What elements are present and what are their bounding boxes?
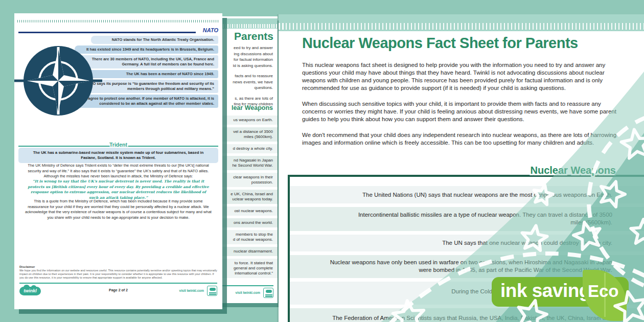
page-footer: twinkl Page 2 of 2 visit twinkl.com (19, 286, 217, 298)
stripe-pattern (279, 23, 644, 30)
intro-paragraph-1: This nuclear weapons fact sheet is desig… (302, 61, 619, 92)
nuclear-weapons-fact-row: The UN says that one nuclear weapon coul… (290, 235, 644, 251)
fact-line: NATO stands for The North Atlantic Treat… (95, 37, 214, 42)
trident-paragraph-1: The UK Ministry of Defence says Trident … (25, 163, 212, 179)
disclaimer: Disclaimer We hope you find the informat… (19, 265, 217, 280)
fact-line: The Federation of American Scientists sa… (302, 314, 612, 322)
nuclear-weapons-fact-row: The Federation of American Scientists sa… (290, 308, 644, 322)
fact-line: Intercontinental ballistic missiles are … (302, 211, 612, 219)
dotted-border (17, 20, 219, 22)
nato-compass-logo-icon (14, 37, 102, 125)
twinkl-quality-badge-icon (207, 286, 217, 296)
star-outline-icon (622, 129, 644, 158)
visit-link: visit twinkl.com (236, 291, 260, 294)
page-header-band (279, 14, 644, 31)
zoomed-page-panel: Nuclear Weapons Fact Sheet for Parents T… (279, 14, 644, 322)
nuclear-weapons-fact-row: Intercontinental ballistic missiles are … (290, 207, 644, 231)
trident-section-label: Trident (18, 142, 218, 148)
fact-line: miles (5600km). (302, 219, 612, 226)
nato-fact-row: NATO stands for The North Atlantic Treat… (91, 36, 218, 44)
disclaimer-title: Disclaimer (19, 265, 217, 268)
page-title-fragment: Parents (234, 30, 273, 42)
divider (18, 32, 196, 33)
visit-link: visit twinkl.com (179, 289, 204, 292)
nuclear-weapons-section-label: Nuclear Weapons (531, 165, 616, 176)
footer-divider (19, 283, 217, 284)
nuclear-weapons-fact-row: The United Nations (UN) says that nuclea… (290, 186, 644, 203)
section-header-fragment: lear Weapons (232, 104, 273, 111)
nato-section-rule: NATO (18, 29, 218, 35)
intro-paragraph-3: We don't recommend that your child does … (302, 131, 619, 147)
eco-label: Eco (588, 282, 619, 301)
fact-line: The United Nations (UN) says that nuclea… (302, 186, 612, 203)
ink-saving-label: ink saving (500, 280, 590, 302)
fact-sheet-page-2[interactable]: NATO NATO stands for The North Atlantic … (14, 13, 222, 309)
twinkl-quality-badge-icon (263, 288, 273, 298)
ministry-of-defence-quote: “It is wrong to say that the UK's nuclea… (28, 179, 209, 200)
nato-section-label: NATO (203, 27, 218, 33)
intro-paragraph-2: When discussing such sensitive topics wi… (302, 100, 619, 123)
ink-saving-badge: ink saving Eco (492, 277, 629, 307)
trident-paragraph-2: This is a quote from the Ministry of Def… (25, 199, 212, 220)
trident-highlight-band: The UK has a submarine-based nuclear mis… (18, 148, 218, 163)
resource-preview-stage: Parents eed to try and answering discuss… (0, 0, 644, 322)
disclaimer-text: We hope you find the information on our … (19, 269, 217, 280)
page-title: Nuclear Weapons Fact Sheet for Parents (302, 35, 578, 52)
fact-line: were bombed in 1945, as part of the Paci… (302, 266, 612, 274)
twinkl-logo-text: twinkl (24, 288, 37, 293)
fact-line: The UN says that one nuclear weapon coul… (302, 235, 612, 251)
fact-line: Nuclear weapons have only been used in w… (302, 259, 612, 266)
